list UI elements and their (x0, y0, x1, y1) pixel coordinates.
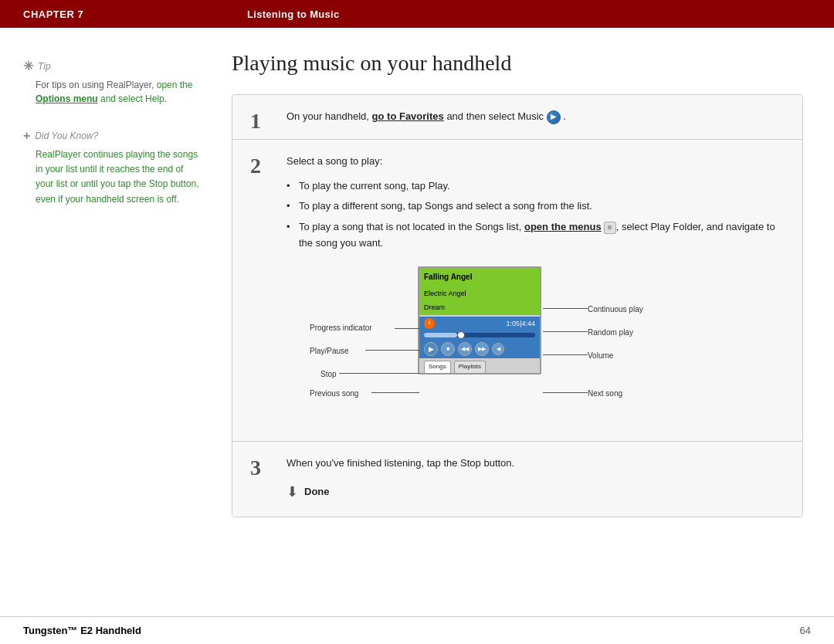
step-1-period: . (561, 110, 566, 122)
tip-section: ✳ Tip For tips on using RealPlayer, open… (23, 59, 201, 106)
step-1-text-after: and then select Music (444, 110, 547, 122)
tip-text-link-prefix: open the (157, 80, 193, 90)
tip-asterisk-icon: ✳ (23, 59, 33, 73)
volume-button[interactable]: ◀ (492, 343, 504, 355)
player-controls-row: ▶ ■ ◀◀ ▶▶ ◀ (419, 340, 540, 358)
player-album: Dream (419, 300, 540, 314)
line-continuous-play (543, 308, 588, 309)
page-title: Playing music on your handheld (232, 51, 803, 76)
chapter-label: CHAPTER 7 (0, 8, 247, 20)
step-1-text-before: On your handheld, (286, 110, 372, 122)
footer-bar: Tungsten™ E2 Handheld 64 (0, 616, 834, 644)
step-3-content: When you've finished listening, tap the … (279, 442, 802, 517)
tip-text: For tips on using RealPlayer, open the O… (23, 78, 201, 106)
done-section: ⬇ Done (286, 481, 787, 503)
step-2-number: 2 (232, 140, 279, 441)
sidebar: ✳ Tip For tips on using RealPlayer, open… (0, 28, 216, 616)
tip-options-link[interactable]: Options menu (36, 93, 98, 104)
step-2: 2 Select a song to play: To play the cur… (232, 140, 802, 442)
player-time-bar: i 1:05|4:44 (419, 317, 540, 330)
tip-text-before: For tips on using RealPlayer, (36, 80, 157, 90)
playlists-tab[interactable]: Playlists (454, 361, 486, 374)
step-2-bullets: To play the current song, tap Play. To p… (286, 176, 787, 254)
bullet-1: To play the current song, tap Play. (286, 176, 787, 197)
header-bar: CHAPTER 7 Listening to Music (0, 0, 834, 28)
bullet-3: To play a song that is not located in th… (286, 217, 787, 254)
player-progress-bar (419, 330, 540, 340)
player-tabs-row: Songs Playlists (419, 358, 540, 375)
content-area: ✳ Tip For tips on using RealPlayer, open… (0, 28, 834, 616)
label-play-pause: Play/Pause (310, 345, 349, 358)
player-screen: Falling Angel Electric Angel Dream i 1:0… (418, 266, 541, 375)
label-progress-indicator: Progress indicator (310, 322, 372, 334)
step-1: 1 On your handheld, go to Favorites and … (232, 95, 802, 140)
bullet-3-link: open the menus (524, 221, 602, 232)
player-diagram: Falling Angel Electric Angel Dream i 1:0… (310, 266, 758, 421)
bullet-3-text-before: To play a song that is not located in th… (299, 221, 524, 232)
step-1-number: 1 (232, 95, 279, 139)
line-play-pause (365, 350, 419, 351)
dyk-plus-icon: + (23, 129, 30, 143)
player-artist: Electric Angel (419, 286, 540, 300)
player-info-icon: i (424, 318, 435, 329)
did-you-know-section: + Did You Know? RealPlayer continues pla… (23, 129, 201, 207)
player-title-bar: Falling Angel (419, 268, 540, 286)
songs-tab[interactable]: Songs (424, 361, 451, 374)
step-3: 3 When you've finished listening, tap th… (232, 442, 802, 517)
bullet-2: To play a different song, tap Songs and … (286, 196, 787, 217)
done-label: Done (304, 484, 330, 500)
line-previous-song (371, 392, 419, 393)
tip-header: ✳ Tip (23, 59, 201, 73)
next-button[interactable]: ▶▶ (475, 342, 489, 356)
main-content: Playing music on your handheld 1 On your… (216, 28, 834, 616)
label-continuous-play: Continuous play (588, 303, 643, 316)
prev-button[interactable]: ◀◀ (458, 342, 472, 356)
step-3-number: 3 (232, 442, 279, 517)
label-volume: Volume (588, 350, 613, 362)
label-random-play: Random play (588, 327, 633, 339)
label-previous-song: Previous song (310, 388, 358, 400)
play-button[interactable]: ▶ (424, 342, 438, 356)
player-current-time: 1:05 (507, 320, 520, 327)
step-1-link: go to Favorites (372, 110, 444, 122)
footer-page-number: 64 (800, 625, 811, 636)
label-next-song: Next song (588, 388, 622, 400)
step-2-heading: Select a song to play: (286, 154, 787, 170)
player-progress-thumb (457, 331, 465, 339)
player-total-time: 4:44 (521, 320, 535, 327)
line-random-play (543, 331, 588, 332)
tip-label: Tip (38, 61, 51, 72)
chapter-title: Listening to Music (247, 8, 834, 20)
player-time: 1:05|4:44 (507, 318, 535, 329)
player-progress-track (424, 333, 535, 337)
line-progress (395, 328, 419, 329)
step-2-content: Select a song to play: To play the curre… (279, 140, 802, 441)
stop-button[interactable]: ■ (441, 342, 455, 356)
step-1-content: On your handheld, go to Favorites and th… (279, 95, 802, 139)
steps-container: 1 On your handheld, go to Favorites and … (232, 94, 803, 517)
line-next-song (543, 392, 588, 393)
dyk-label: Did You Know? (35, 130, 98, 141)
tip-text-after: and select Help. (98, 93, 167, 104)
label-stop: Stop (320, 368, 337, 381)
step-3-text: When you've finished listening, tap the … (286, 456, 787, 472)
player-progress-fill (424, 333, 457, 337)
dyk-header: + Did You Know? (23, 129, 201, 143)
line-stop (339, 373, 419, 374)
done-arrow-icon: ⬇ (286, 481, 298, 503)
line-volume (543, 354, 588, 355)
dyk-text: RealPlayer continues playing the songs i… (23, 147, 201, 207)
menus-icon (604, 222, 616, 234)
footer-brand: Tungsten™ E2 Handheld (23, 625, 141, 636)
realplayer-icon: ▶ (547, 110, 561, 124)
brand-name: Tungsten™ E2 Handheld (23, 625, 141, 636)
